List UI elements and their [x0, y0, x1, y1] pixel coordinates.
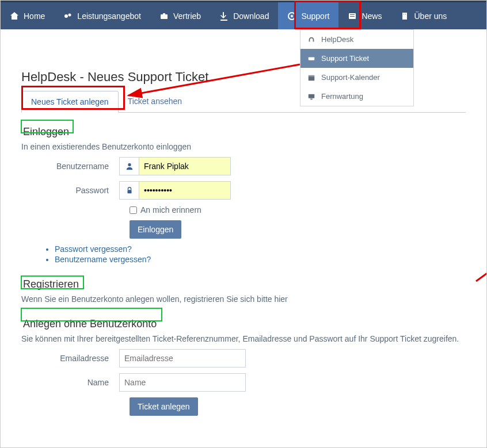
dropdown-fernwartung[interactable]: Fernwartung — [300, 87, 413, 106]
create-ticket-button[interactable]: Ticket anlegen — [130, 397, 198, 416]
remember-checkbox[interactable] — [130, 206, 137, 214]
gears-icon — [63, 12, 73, 21]
password-input[interactable] — [139, 181, 231, 200]
dropdown-helpdesk-label: HelpDesk — [321, 35, 353, 44]
forgot-password-link[interactable]: Passwort vergessen? — [55, 244, 466, 254]
monitor-icon — [307, 93, 315, 101]
svg-rect-14 — [309, 75, 315, 76]
login-button[interactable]: Einloggen — [130, 220, 181, 239]
svg-rect-15 — [309, 94, 315, 98]
calendar-icon — [307, 74, 315, 82]
nav-news-label: News — [362, 12, 382, 21]
guest-hint: Sie können mit Ihrer bereitgestellten Ti… — [21, 334, 466, 343]
nav-leistung-label: Leistungsangebot — [77, 12, 141, 21]
nav-leistung[interactable]: Leistungsangebot — [54, 2, 150, 29]
svg-point-17 — [128, 163, 131, 166]
forgot-username-link[interactable]: Benutzername vergessen? — [55, 255, 466, 264]
headset-icon — [307, 36, 315, 44]
email-input[interactable] — [119, 349, 246, 367]
name-label: Name — [21, 378, 119, 387]
remember-label: An mich erinnern — [140, 205, 201, 215]
svg-point-0 — [64, 14, 68, 18]
nav-news[interactable]: News — [338, 2, 391, 29]
username-label: Benutzername — [21, 162, 119, 171]
nav-about[interactable]: Über uns — [391, 2, 456, 29]
support-dropdown: HelpDesk Support Ticket Support-Kalender… — [300, 29, 414, 106]
svg-rect-11 — [405, 14, 406, 14]
login-links: Passwort vergessen? Benutzername vergess… — [55, 244, 466, 264]
svg-rect-18 — [127, 190, 131, 193]
svg-rect-3 — [163, 13, 165, 14]
login-heading: Einloggen — [21, 125, 71, 139]
lock-icon — [119, 181, 139, 200]
dropdown-fernwartung-label: Fernwartung — [321, 92, 363, 101]
nav-download[interactable]: Download — [210, 2, 278, 29]
download-icon — [219, 12, 229, 21]
nav-vertrieb[interactable]: Vertrieb — [150, 2, 210, 29]
nav-home-label: Home — [24, 12, 45, 21]
nav-support[interactable]: Support — [278, 2, 338, 29]
news-icon — [348, 12, 357, 21]
svg-rect-8 — [350, 16, 355, 17]
password-label: Passwort — [21, 186, 119, 195]
tab-view-ticket[interactable]: Ticket ansehen — [119, 91, 191, 113]
svg-rect-16 — [310, 98, 313, 99]
svg-rect-9 — [402, 13, 407, 20]
nav-about-label: Über uns — [414, 12, 447, 21]
dropdown-support-ticket-label: Support Ticket — [321, 54, 369, 63]
dropdown-helpdesk[interactable]: HelpDesk — [300, 30, 413, 49]
main-nav: Home Leistungsangebot Vertrieb Download … — [1, 1, 486, 29]
email-label: Emailadresse — [21, 354, 119, 363]
guest-heading: Anlegen ohne Benutzerkonto — [21, 317, 158, 331]
dropdown-kalender-label: Support-Kalender — [321, 73, 380, 82]
briefcase-icon — [159, 12, 169, 21]
dropdown-support-ticket[interactable]: Support Ticket — [300, 49, 413, 68]
user-icon — [119, 157, 139, 175]
svg-rect-2 — [161, 14, 168, 19]
tab-new-ticket[interactable]: Neues Ticket anlegen — [21, 91, 119, 113]
nav-support-label: Support — [301, 12, 329, 21]
login-hint: In einen existierendes Benutzerkonto ein… — [21, 142, 466, 151]
nav-home[interactable]: Home — [1, 2, 54, 29]
register-heading: Registrieren — [21, 278, 81, 291]
home-icon — [10, 12, 19, 21]
username-input[interactable] — [139, 157, 231, 175]
ticket-icon — [307, 55, 315, 63]
dropdown-kalender[interactable]: Support-Kalender — [300, 68, 413, 87]
nav-download-label: Download — [233, 12, 269, 21]
nav-vertrieb-label: Vertrieb — [173, 12, 201, 21]
name-input[interactable] — [119, 373, 246, 392]
svg-point-5 — [291, 15, 293, 17]
svg-point-1 — [69, 13, 71, 16]
register-hint: Wenn Sie ein Benutzerkonto anlegen wolle… — [21, 294, 466, 304]
svg-rect-12 — [309, 57, 315, 60]
svg-rect-7 — [350, 14, 355, 15]
building-icon — [400, 12, 409, 21]
lifebuoy-icon — [287, 12, 296, 21]
svg-rect-10 — [404, 14, 404, 14]
